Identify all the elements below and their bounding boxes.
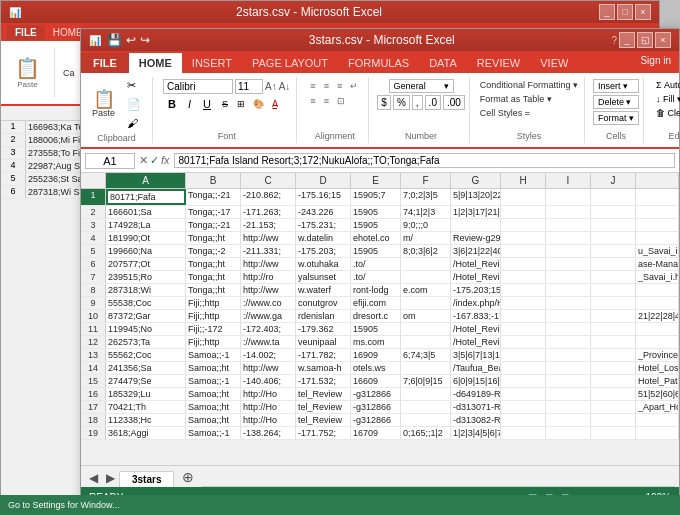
cell-j3[interactable] [591, 219, 636, 231]
cell-e12[interactable]: ms.com [351, 336, 401, 348]
cell-e16[interactable]: -g312866 [351, 388, 401, 400]
col-header-g[interactable]: G [451, 173, 501, 188]
cell-d14[interactable]: w.samoa-h [296, 362, 351, 374]
cell-a14[interactable]: 241356;Sa [106, 362, 186, 374]
cell-b15[interactable]: Samoa;;-1 [186, 375, 241, 387]
cell-f12[interactable] [401, 336, 451, 348]
cell-d11[interactable]: -179.362 [296, 323, 351, 335]
cell-c6[interactable]: http://ww [241, 258, 296, 270]
cell-j10[interactable] [591, 310, 636, 322]
cell-c17[interactable]: http://Ho [241, 401, 296, 413]
col-header-d[interactable]: D [296, 173, 351, 188]
cell-i1[interactable] [546, 189, 591, 205]
cell-g10[interactable]: -167.833;-179.983;16401;7;0;1|2|3|6|7|8|… [451, 310, 501, 322]
scroll-sheets-right-btn[interactable]: ▶ [102, 469, 119, 487]
cell-styles-btn[interactable]: Cell Styles = [478, 107, 580, 119]
cell-i10[interactable] [546, 310, 591, 322]
cell-c1[interactable]: -210.862; [241, 189, 296, 205]
cell-e3[interactable]: 15905 [351, 219, 401, 231]
col-header-c[interactable]: C [241, 173, 296, 188]
cell-h10[interactable] [501, 310, 546, 322]
cell-c11[interactable]: -172.403; [241, 323, 296, 335]
cell-h16[interactable] [501, 388, 546, 400]
bold-button[interactable]: B [163, 96, 181, 112]
add-sheet-btn[interactable]: ⊕ [174, 467, 202, 487]
cell-g13[interactable]: 3|5|6|7|13|14|15 [451, 349, 501, 361]
cell-g12[interactable]: /Hotel_Review-g297562-d606680-Reviews-Ta… [451, 336, 501, 348]
cell-j12[interactable] [591, 336, 636, 348]
confirm-formula-btn[interactable]: ✓ [150, 154, 159, 167]
insert-function-btn[interactable]: fx [161, 154, 170, 167]
cell-h11[interactable] [501, 323, 546, 335]
cell-e2[interactable]: 15905 [351, 206, 401, 218]
cell-a19[interactable]: 3618;Aggi [106, 427, 186, 439]
cell-f13[interactable]: 6;74;3|5 [401, 349, 451, 361]
cell-i4[interactable] [546, 232, 591, 244]
cell-f6[interactable] [401, 258, 451, 270]
cell-j9[interactable] [591, 297, 636, 309]
cell-e10[interactable]: dresort.c [351, 310, 401, 322]
cell-h4[interactable] [501, 232, 546, 244]
fill-btn[interactable]: ↓ Fill ▾ [652, 93, 680, 105]
cell-i8[interactable] [546, 284, 591, 296]
cell-f17[interactable] [401, 401, 451, 413]
cell-h9[interactable] [501, 297, 546, 309]
cell-f9[interactable] [401, 297, 451, 309]
cell-h3[interactable] [501, 219, 546, 231]
cell-j18[interactable] [591, 414, 636, 426]
cell-b13[interactable]: Samoa;;-1 [186, 349, 241, 361]
cell-e13[interactable]: 16909 [351, 349, 401, 361]
cell-a9[interactable]: 55538;Coc [106, 297, 186, 309]
cell-h6[interactable] [501, 258, 546, 270]
cell-d2[interactable]: -243.226 [296, 206, 351, 218]
tab-file[interactable]: FILE [81, 53, 129, 73]
increase-font-btn[interactable]: A↑ [265, 81, 277, 92]
fg-restore-btn[interactable]: ◱ [637, 32, 653, 48]
cell-e1[interactable]: 15905;7 [351, 189, 401, 205]
cell-reference-box[interactable] [85, 153, 135, 169]
cell-d8[interactable]: w.waterf [296, 284, 351, 296]
cell-g17[interactable]: -d313071-Reviews-The_Savaian_Hotel-Salel… [451, 401, 501, 413]
insert-cells-btn[interactable]: Insert ▾ [593, 79, 639, 93]
cell-a10[interactable]: 87372;Gar [106, 310, 186, 322]
cell-b12[interactable]: Fiji;;http [186, 336, 241, 348]
cell-b5[interactable]: Tonga;;-2 [186, 245, 241, 257]
cell-i2[interactable] [546, 206, 591, 218]
align-top-center-btn[interactable]: ≡ [321, 79, 332, 93]
conditional-formatting-btn[interactable]: Conditional Formatting ▾ [478, 79, 580, 91]
cell-j19[interactable] [591, 427, 636, 439]
strikethrough-button[interactable]: S [218, 97, 232, 111]
bg-maximize-btn[interactable]: □ [617, 4, 633, 20]
cell-c10[interactable]: ://www.ga [241, 310, 296, 322]
cell-g18[interactable]: -d313082-Reviews-Saleologa_Hotel-Sava_i [451, 414, 501, 426]
col-header-b[interactable]: B [186, 173, 241, 188]
cell-j2[interactable] [591, 206, 636, 218]
font-name-input[interactable] [163, 79, 233, 94]
cell-b9[interactable]: Fiji;;http [186, 297, 241, 309]
cell-e5[interactable]: 15905 [351, 245, 401, 257]
cell-c7[interactable]: http://ro [241, 271, 296, 283]
cell-a6[interactable]: 207577;Ot [106, 258, 186, 270]
cell-b16[interactable]: Samoa;;ht [186, 388, 241, 400]
cell-j6[interactable] [591, 258, 636, 270]
cell-b4[interactable]: Tonga;;ht [186, 232, 241, 244]
cell-g1[interactable]: 5|9|13|20|22|31|34|40|53|59|60|65|66|72|… [451, 189, 501, 205]
font-color-button[interactable]: A̲ [269, 98, 281, 110]
underline-button[interactable]: U [198, 96, 216, 112]
format-painter-button[interactable]: 🖌 [122, 115, 146, 131]
cell-j14[interactable] [591, 362, 636, 374]
cell-a4[interactable]: 181990;Ot [106, 232, 186, 244]
cell-a3[interactable]: 174928;La [106, 219, 186, 231]
italic-button[interactable]: I [183, 96, 196, 112]
cell-c19[interactable]: -138.264; [241, 427, 296, 439]
border-button[interactable]: ⊞ [234, 98, 248, 110]
col-header-a[interactable]: A [106, 173, 186, 188]
cell-h14[interactable] [501, 362, 546, 374]
cell-i15[interactable] [546, 375, 591, 387]
cell-d4[interactable]: w.datelin [296, 232, 351, 244]
cell-a13[interactable]: 55562;Coc [106, 349, 186, 361]
cell-e15[interactable]: 16609 [351, 375, 401, 387]
cell-i13[interactable] [546, 349, 591, 361]
cell-c14[interactable]: http://ww [241, 362, 296, 374]
cell-a15[interactable]: 274479;Se [106, 375, 186, 387]
